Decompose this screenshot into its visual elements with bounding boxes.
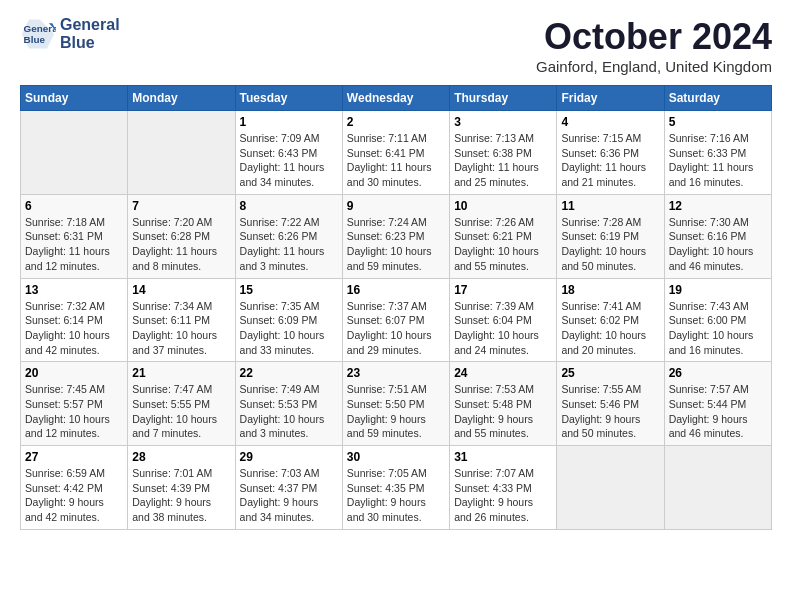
weekday-header-saturday: Saturday <box>664 86 771 111</box>
day-number: 12 <box>669 199 767 213</box>
day-number: 21 <box>132 366 230 380</box>
day-detail: Sunrise: 7:11 AMSunset: 6:41 PMDaylight:… <box>347 131 445 190</box>
day-detail: Sunrise: 7:37 AMSunset: 6:07 PMDaylight:… <box>347 299 445 358</box>
day-number: 11 <box>561 199 659 213</box>
day-number: 18 <box>561 283 659 297</box>
day-number: 30 <box>347 450 445 464</box>
calendar-cell: 9Sunrise: 7:24 AMSunset: 6:23 PMDaylight… <box>342 194 449 278</box>
day-number: 31 <box>454 450 552 464</box>
day-number: 2 <box>347 115 445 129</box>
calendar-cell: 8Sunrise: 7:22 AMSunset: 6:26 PMDaylight… <box>235 194 342 278</box>
day-number: 1 <box>240 115 338 129</box>
day-detail: Sunrise: 7:28 AMSunset: 6:19 PMDaylight:… <box>561 215 659 274</box>
weekday-header-sunday: Sunday <box>21 86 128 111</box>
day-detail: Sunrise: 7:49 AMSunset: 5:53 PMDaylight:… <box>240 382 338 441</box>
calendar-cell: 21Sunrise: 7:47 AMSunset: 5:55 PMDayligh… <box>128 362 235 446</box>
day-detail: Sunrise: 7:30 AMSunset: 6:16 PMDaylight:… <box>669 215 767 274</box>
day-number: 5 <box>669 115 767 129</box>
calendar-cell: 18Sunrise: 7:41 AMSunset: 6:02 PMDayligh… <box>557 278 664 362</box>
calendar-cell: 23Sunrise: 7:51 AMSunset: 5:50 PMDayligh… <box>342 362 449 446</box>
calendar-cell: 15Sunrise: 7:35 AMSunset: 6:09 PMDayligh… <box>235 278 342 362</box>
svg-text:Blue: Blue <box>24 34 46 45</box>
calendar-cell: 14Sunrise: 7:34 AMSunset: 6:11 PMDayligh… <box>128 278 235 362</box>
day-detail: Sunrise: 7:51 AMSunset: 5:50 PMDaylight:… <box>347 382 445 441</box>
calendar-cell: 3Sunrise: 7:13 AMSunset: 6:38 PMDaylight… <box>450 111 557 195</box>
day-detail: Sunrise: 7:53 AMSunset: 5:48 PMDaylight:… <box>454 382 552 441</box>
day-number: 23 <box>347 366 445 380</box>
calendar-cell: 31Sunrise: 7:07 AMSunset: 4:33 PMDayligh… <box>450 446 557 530</box>
day-number: 7 <box>132 199 230 213</box>
calendar-cell: 16Sunrise: 7:37 AMSunset: 6:07 PMDayligh… <box>342 278 449 362</box>
day-detail: Sunrise: 7:32 AMSunset: 6:14 PMDaylight:… <box>25 299 123 358</box>
location: Gainford, England, United Kingdom <box>536 58 772 75</box>
day-detail: Sunrise: 6:59 AMSunset: 4:42 PMDaylight:… <box>25 466 123 525</box>
day-number: 15 <box>240 283 338 297</box>
day-detail: Sunrise: 7:45 AMSunset: 5:57 PMDaylight:… <box>25 382 123 441</box>
day-number: 27 <box>25 450 123 464</box>
day-number: 24 <box>454 366 552 380</box>
calendar-week-2: 6Sunrise: 7:18 AMSunset: 6:31 PMDaylight… <box>21 194 772 278</box>
calendar-cell: 25Sunrise: 7:55 AMSunset: 5:46 PMDayligh… <box>557 362 664 446</box>
calendar-cell: 26Sunrise: 7:57 AMSunset: 5:44 PMDayligh… <box>664 362 771 446</box>
day-detail: Sunrise: 7:03 AMSunset: 4:37 PMDaylight:… <box>240 466 338 525</box>
weekday-header-thursday: Thursday <box>450 86 557 111</box>
calendar-cell: 6Sunrise: 7:18 AMSunset: 6:31 PMDaylight… <box>21 194 128 278</box>
calendar-cell: 22Sunrise: 7:49 AMSunset: 5:53 PMDayligh… <box>235 362 342 446</box>
month-title: October 2024 <box>536 16 772 58</box>
weekday-header-wednesday: Wednesday <box>342 86 449 111</box>
day-detail: Sunrise: 7:24 AMSunset: 6:23 PMDaylight:… <box>347 215 445 274</box>
calendar-cell <box>21 111 128 195</box>
weekday-header-monday: Monday <box>128 86 235 111</box>
day-number: 17 <box>454 283 552 297</box>
day-detail: Sunrise: 7:22 AMSunset: 6:26 PMDaylight:… <box>240 215 338 274</box>
calendar-cell: 13Sunrise: 7:32 AMSunset: 6:14 PMDayligh… <box>21 278 128 362</box>
day-number: 26 <box>669 366 767 380</box>
day-detail: Sunrise: 7:13 AMSunset: 6:38 PMDaylight:… <box>454 131 552 190</box>
logo-blue: Blue <box>60 34 120 52</box>
day-number: 19 <box>669 283 767 297</box>
day-detail: Sunrise: 7:05 AMSunset: 4:35 PMDaylight:… <box>347 466 445 525</box>
day-number: 22 <box>240 366 338 380</box>
day-detail: Sunrise: 7:34 AMSunset: 6:11 PMDaylight:… <box>132 299 230 358</box>
day-detail: Sunrise: 7:09 AMSunset: 6:43 PMDaylight:… <box>240 131 338 190</box>
day-number: 9 <box>347 199 445 213</box>
day-detail: Sunrise: 7:07 AMSunset: 4:33 PMDaylight:… <box>454 466 552 525</box>
day-number: 10 <box>454 199 552 213</box>
calendar-cell: 27Sunrise: 6:59 AMSunset: 4:42 PMDayligh… <box>21 446 128 530</box>
day-number: 4 <box>561 115 659 129</box>
day-detail: Sunrise: 7:55 AMSunset: 5:46 PMDaylight:… <box>561 382 659 441</box>
day-number: 8 <box>240 199 338 213</box>
title-area: October 2024 Gainford, England, United K… <box>536 16 772 75</box>
weekday-header-tuesday: Tuesday <box>235 86 342 111</box>
day-number: 29 <box>240 450 338 464</box>
calendar-cell <box>664 446 771 530</box>
calendar-cell: 30Sunrise: 7:05 AMSunset: 4:35 PMDayligh… <box>342 446 449 530</box>
logo-general: General <box>60 16 120 34</box>
day-number: 14 <box>132 283 230 297</box>
calendar-cell: 20Sunrise: 7:45 AMSunset: 5:57 PMDayligh… <box>21 362 128 446</box>
day-number: 25 <box>561 366 659 380</box>
calendar-week-1: 1Sunrise: 7:09 AMSunset: 6:43 PMDaylight… <box>21 111 772 195</box>
calendar-cell: 28Sunrise: 7:01 AMSunset: 4:39 PMDayligh… <box>128 446 235 530</box>
day-number: 13 <box>25 283 123 297</box>
day-detail: Sunrise: 7:41 AMSunset: 6:02 PMDaylight:… <box>561 299 659 358</box>
day-detail: Sunrise: 7:18 AMSunset: 6:31 PMDaylight:… <box>25 215 123 274</box>
day-number: 28 <box>132 450 230 464</box>
calendar-cell: 24Sunrise: 7:53 AMSunset: 5:48 PMDayligh… <box>450 362 557 446</box>
calendar-cell: 12Sunrise: 7:30 AMSunset: 6:16 PMDayligh… <box>664 194 771 278</box>
day-detail: Sunrise: 7:43 AMSunset: 6:00 PMDaylight:… <box>669 299 767 358</box>
calendar-cell: 4Sunrise: 7:15 AMSunset: 6:36 PMDaylight… <box>557 111 664 195</box>
day-number: 3 <box>454 115 552 129</box>
day-detail: Sunrise: 7:47 AMSunset: 5:55 PMDaylight:… <box>132 382 230 441</box>
calendar-week-3: 13Sunrise: 7:32 AMSunset: 6:14 PMDayligh… <box>21 278 772 362</box>
day-number: 6 <box>25 199 123 213</box>
day-detail: Sunrise: 7:57 AMSunset: 5:44 PMDaylight:… <box>669 382 767 441</box>
calendar-table: SundayMondayTuesdayWednesdayThursdayFrid… <box>20 85 772 530</box>
day-detail: Sunrise: 7:35 AMSunset: 6:09 PMDaylight:… <box>240 299 338 358</box>
day-detail: Sunrise: 7:15 AMSunset: 6:36 PMDaylight:… <box>561 131 659 190</box>
calendar-cell: 2Sunrise: 7:11 AMSunset: 6:41 PMDaylight… <box>342 111 449 195</box>
logo: General Blue General Blue <box>20 16 120 52</box>
day-detail: Sunrise: 7:16 AMSunset: 6:33 PMDaylight:… <box>669 131 767 190</box>
day-detail: Sunrise: 7:39 AMSunset: 6:04 PMDaylight:… <box>454 299 552 358</box>
calendar-cell: 29Sunrise: 7:03 AMSunset: 4:37 PMDayligh… <box>235 446 342 530</box>
